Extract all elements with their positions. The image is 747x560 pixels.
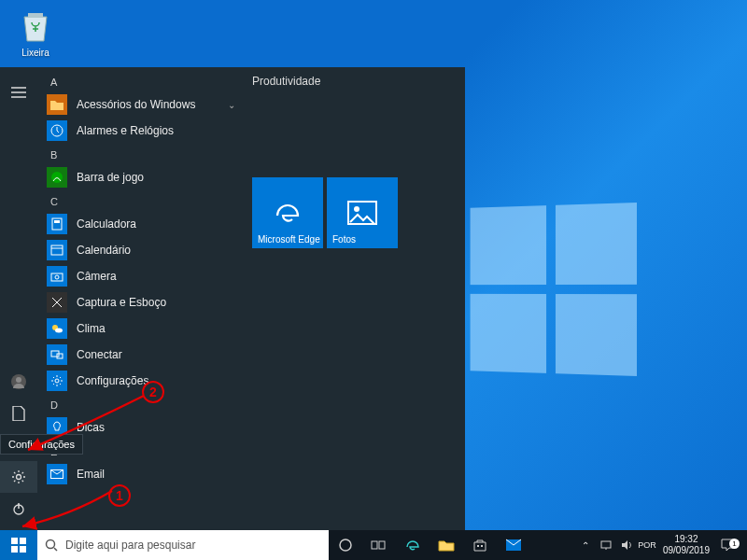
- svg-point-5: [17, 475, 21, 480]
- svg-rect-32: [379, 541, 385, 549]
- app-label: Clima: [77, 322, 106, 335]
- tooltip-settings: Configurações: [0, 434, 83, 455]
- tray-network-icon[interactable]: [596, 530, 616, 560]
- taskbar-taskview[interactable]: [362, 530, 396, 560]
- app-item-camera[interactable]: Câmera: [37, 263, 243, 289]
- power-icon: [11, 501, 26, 516]
- app-label: Email: [77, 468, 105, 481]
- rail-power-button[interactable]: [0, 493, 37, 525]
- app-item-calendario[interactable]: Calendário: [37, 237, 243, 263]
- tile-edge[interactable]: Microsoft Edge: [252, 177, 323, 248]
- tray-language[interactable]: POR: [637, 530, 657, 560]
- rail-settings-button[interactable]: [0, 461, 37, 493]
- desktop-icon-recycle-bin[interactable]: Lixeira: [7, 7, 63, 58]
- app-label: Barra de jogo: [77, 171, 144, 184]
- tile-label: Fotos: [332, 234, 356, 245]
- app-label: Calculadora: [77, 217, 136, 231]
- svg-point-20: [55, 379, 59, 383]
- app-label: Câmera: [77, 270, 117, 283]
- start-menu-rail: [0, 67, 37, 530]
- annotation-marker-2: 2: [142, 381, 164, 403]
- app-item-calculadora[interactable]: Calculadora: [37, 211, 243, 237]
- taskbar-search[interactable]: Digite aqui para pesquisar: [37, 530, 329, 560]
- taskbar-explorer[interactable]: [430, 530, 463, 560]
- svg-point-17: [55, 329, 63, 333]
- folder-icon: [47, 94, 67, 115]
- calendar-icon: [47, 240, 67, 260]
- app-label: Configurações: [77, 374, 148, 387]
- app-item-barra-jogo[interactable]: Barra de jogo: [37, 164, 243, 190]
- svg-point-2: [16, 377, 21, 383]
- taskbar-store[interactable]: [463, 530, 497, 560]
- tray-volume-icon[interactable]: [616, 530, 637, 560]
- svg-point-28: [47, 540, 55, 549]
- taskbar-mail[interactable]: [497, 530, 530, 560]
- snip-icon: [47, 292, 67, 313]
- svg-rect-14: [51, 273, 63, 281]
- clock-date: 09/09/2019: [663, 545, 710, 556]
- clock-icon: [47, 120, 67, 141]
- app-item-captura[interactable]: Captura e Esboço: [37, 289, 243, 315]
- svg-line-29: [54, 548, 57, 551]
- app-item-alarmes[interactable]: Alarmes e Relógios: [37, 118, 243, 144]
- system-tray: ⌃ POR 19:32 09/09/2019 1: [575, 530, 747, 560]
- taskbar-edge[interactable]: [396, 530, 430, 560]
- tile-label: Microsoft Edge: [258, 234, 320, 245]
- svg-rect-12: [51, 245, 63, 255]
- rail-documents-button[interactable]: [0, 398, 37, 429]
- letter-header[interactable]: A: [37, 71, 243, 91]
- svg-rect-24: [11, 538, 18, 544]
- app-item-email[interactable]: Email: [37, 461, 243, 487]
- rail-user-button[interactable]: [0, 366, 37, 398]
- svg-point-30: [340, 539, 351, 551]
- app-item-clima[interactable]: Clima: [37, 315, 243, 342]
- app-label: Calendário: [77, 244, 131, 257]
- connect-icon: [47, 344, 67, 365]
- svg-rect-36: [601, 541, 611, 548]
- svg-rect-27: [20, 546, 26, 553]
- svg-rect-26: [11, 546, 18, 553]
- app-item-acessorios[interactable]: Acessórios do Windows ⌄: [37, 91, 243, 118]
- letter-header[interactable]: C: [37, 190, 243, 211]
- taskbar-cortana[interactable]: [329, 530, 362, 560]
- tile-fotos[interactable]: Fotos: [327, 177, 398, 248]
- notification-badge: 1: [729, 539, 740, 549]
- letter-header[interactable]: B: [37, 144, 243, 164]
- recycle-bin-label: Lixeira: [7, 48, 63, 58]
- start-menu-tiles: Produtividade Microsoft Edge Fotos: [243, 67, 465, 530]
- recycle-bin-icon: [17, 7, 54, 45]
- svg-rect-10: [52, 218, 62, 230]
- app-label: Acessórios do Windows: [77, 98, 195, 111]
- gear-icon: [11, 469, 26, 484]
- start-menu-app-list[interactable]: A Acessórios do Windows ⌄ Alarmes e Reló…: [37, 67, 243, 530]
- start-button[interactable]: [0, 530, 37, 560]
- xbox-icon: [47, 167, 67, 188]
- edge-icon: [272, 194, 303, 231]
- letter-header[interactable]: D: [37, 394, 243, 414]
- svg-rect-0: [28, 13, 43, 17]
- app-item-conectar[interactable]: Conectar: [37, 342, 243, 368]
- windows-icon: [11, 538, 26, 553]
- tiles-group-header[interactable]: Produtividade: [252, 75, 456, 88]
- app-item-configuracoes[interactable]: Configurações: [37, 368, 243, 394]
- notification-center[interactable]: 1: [715, 539, 741, 552]
- annotation-marker-1: 1: [108, 484, 131, 507]
- clock-time: 19:32: [663, 534, 710, 545]
- svg-rect-25: [20, 538, 26, 544]
- camera-icon: [47, 266, 67, 287]
- calculator-icon: [47, 214, 67, 234]
- app-label: Alarmes e Relógios: [77, 124, 174, 137]
- taskbar-clock[interactable]: 19:32 09/09/2019: [657, 534, 715, 556]
- weather-icon: [47, 318, 67, 339]
- tray-expand[interactable]: ⌃: [575, 530, 596, 560]
- svg-rect-34: [481, 545, 483, 547]
- mail-icon: [47, 464, 67, 484]
- rail-expand-button[interactable]: [0, 77, 37, 108]
- taskbar: Digite aqui para pesquisar ⌃ POR 19:32 0…: [0, 530, 747, 560]
- search-icon: [45, 539, 58, 552]
- photos-icon: [346, 194, 378, 231]
- svg-point-23: [354, 206, 359, 212]
- chevron-down-icon: ⌄: [228, 100, 235, 110]
- wallpaper-windows-logo: [471, 203, 637, 376]
- settings-icon: [47, 371, 67, 391]
